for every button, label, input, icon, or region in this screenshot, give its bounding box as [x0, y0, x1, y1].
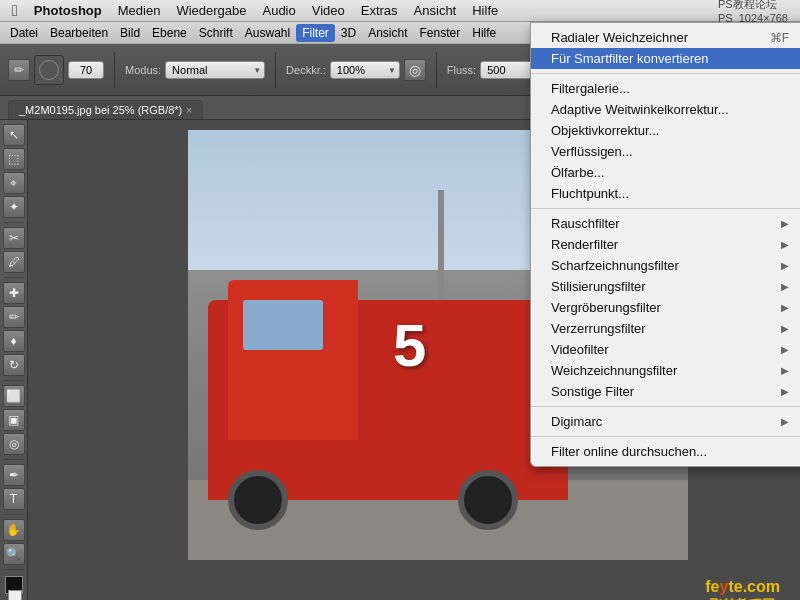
menu-stilisierung-arrow: ▶	[781, 281, 789, 292]
menubar-hilfe[interactable]: Hilfe	[464, 1, 506, 20]
truck-wheel-right	[458, 470, 518, 530]
brush-icon[interactable]: ✏	[8, 59, 30, 81]
ps-menu-ansicht[interactable]: Ansicht	[362, 24, 413, 42]
ps-menu-bild[interactable]: Bild	[114, 24, 146, 42]
tool-eraser[interactable]: ⬜	[3, 385, 25, 407]
menu-fluchtpunkt[interactable]: Fluchtpunkt...	[531, 183, 800, 204]
fluss-section: Fluss: 500 100%	[447, 60, 540, 79]
watermark: feyte.com 飞特教程网	[705, 578, 780, 600]
menu-oelfarbe-label: Ölfarbe...	[551, 165, 604, 180]
menu-digimarc-label: Digimarc	[551, 414, 602, 429]
menubar-wiedergabe[interactable]: Wiedergabe	[168, 1, 254, 20]
ps-menu-datei[interactable]: Datei	[4, 24, 44, 42]
tool-crop[interactable]: ✂	[3, 227, 25, 249]
menu-vergroeberung-arrow: ▶	[781, 302, 789, 313]
menubar-medien[interactable]: Medien	[110, 1, 169, 20]
tool-sep-5	[4, 514, 24, 515]
document-tab[interactable]: _M2M0195.jpg bei 25% (RGB/8*) ×	[8, 100, 203, 119]
menu-radialer[interactable]: Radialer Weichzeichner ⌘F	[531, 27, 800, 48]
ps-menu-filter[interactable]: Filter	[296, 24, 335, 42]
brush-size-input[interactable]	[68, 61, 104, 79]
ps-menu-auswahl[interactable]: Auswahl	[239, 24, 296, 42]
menubar-video[interactable]: Video	[304, 1, 353, 20]
menu-smartfilter[interactable]: Für Smartfilter konvertieren	[531, 48, 800, 69]
menu-vergroeberung-label: Vergröberungsfilter	[551, 300, 661, 315]
menu-filtergalerie[interactable]: Filtergalerie...	[531, 78, 800, 99]
ps-menu-ebene[interactable]: Ebene	[146, 24, 193, 42]
modus-label: Modus:	[125, 64, 161, 76]
menubar-extras[interactable]: Extras	[353, 1, 406, 20]
menu-verfluessigen[interactable]: Verflüssigen...	[531, 141, 800, 162]
ps-menu-bearbeiten[interactable]: Bearbeiten	[44, 24, 114, 42]
menu-videofilter[interactable]: Videofilter ▶	[531, 339, 800, 360]
menu-digimarc-arrow: ▶	[781, 416, 789, 427]
truck-number: 5	[393, 311, 426, 380]
brush-size-control	[68, 61, 104, 79]
menu-rauschfilter-arrow: ▶	[781, 218, 789, 229]
tool-heal[interactable]: ✚	[3, 282, 25, 304]
deckk-label: Deckkr.:	[286, 64, 326, 76]
tool-move[interactable]: ↖	[3, 124, 25, 146]
filter-menu: Radialer Weichzeichner ⌘F Für Smartfilte…	[530, 22, 800, 467]
menu-rauschfilter-label: Rauschfilter	[551, 216, 620, 231]
tab-close-btn[interactable]: ×	[186, 105, 192, 116]
tool-pen[interactable]: ✒	[3, 464, 25, 486]
menu-weichzeichnung[interactable]: Weichzeichnungsfilter ▶	[531, 360, 800, 381]
tool-hand[interactable]: ✋	[3, 519, 25, 541]
menu-scharfzeichnung[interactable]: Scharfzeichnungsfilter ▶	[531, 255, 800, 276]
tab-filename: _M2M0195.jpg bei 25% (RGB/8*)	[19, 104, 182, 116]
background-color[interactable]	[8, 590, 22, 600]
deckk-select[interactable]: 100% 75% 50%	[330, 61, 400, 79]
menu-objektivkorrektur[interactable]: Objektivkorrektur...	[531, 120, 800, 141]
menu-smartfilter-label: Für Smartfilter konvertieren	[551, 51, 709, 66]
menu-renderfilter-label: Renderfilter	[551, 237, 618, 252]
tool-type[interactable]: T	[3, 488, 25, 510]
menu-verzerrung[interactable]: Verzerrungsfilter ▶	[531, 318, 800, 339]
truck-cab	[228, 280, 358, 440]
menu-rauschfilter[interactable]: Rauschfilter ▶	[531, 213, 800, 234]
menu-online[interactable]: Filter online durchsuchen...	[531, 441, 800, 462]
menu-sonstige[interactable]: Sonstige Filter ▶	[531, 381, 800, 402]
modus-section: Modus: Normal Multiplizieren Helligkeit	[125, 60, 265, 79]
ps-menu-fenster[interactable]: Fenster	[414, 24, 467, 42]
truck-wheel-left	[228, 470, 288, 530]
menu-stilisierung[interactable]: Stilisierungsfilter ▶	[531, 276, 800, 297]
menu-renderfilter-arrow: ▶	[781, 239, 789, 250]
tool-clone[interactable]: ♦	[3, 330, 25, 352]
menu-renderfilter[interactable]: Renderfilter ▶	[531, 234, 800, 255]
menu-digimarc[interactable]: Digimarc ▶	[531, 411, 800, 432]
tool-eyedropper[interactable]: 🖊	[3, 251, 25, 273]
menu-verfluessigen-label: Verflüssigen...	[551, 144, 633, 159]
menubar-right: PS教程论坛PS_1024×768	[718, 0, 796, 24]
menu-scharfzeichnung-arrow: ▶	[781, 260, 789, 271]
tool-select-rect[interactable]: ⬚	[3, 148, 25, 170]
ps-menu-3d[interactable]: 3D	[335, 24, 362, 42]
apple-logo[interactable]: 	[4, 2, 26, 20]
tool-sep-2	[4, 277, 24, 278]
modus-select[interactable]: Normal Multiplizieren Helligkeit	[165, 61, 265, 79]
toolbar-separator-2	[275, 52, 276, 88]
menubar-audio[interactable]: Audio	[254, 1, 303, 20]
tool-history[interactable]: ↻	[3, 354, 25, 376]
menubar-photoshop[interactable]: Photoshop	[26, 1, 110, 20]
menu-sonstige-label: Sonstige Filter	[551, 384, 634, 399]
menu-filtergalerie-label: Filtergalerie...	[551, 81, 630, 96]
tool-lasso[interactable]: ⌖	[3, 172, 25, 194]
airbrush-icon[interactable]: ◎	[404, 59, 426, 81]
tool-zoom[interactable]: 🔍	[3, 543, 25, 565]
tool-magic-wand[interactable]: ✦	[3, 196, 25, 218]
ps-menu-hilfe2[interactable]: Hilfe	[466, 24, 502, 42]
tool-brush[interactable]: ✏	[3, 306, 25, 328]
brush-preview[interactable]	[34, 55, 64, 85]
toolbar-separator-3	[436, 52, 437, 88]
menu-oelfarbe[interactable]: Ölfarbe...	[531, 162, 800, 183]
menu-weitwinkel[interactable]: Adaptive Weitwinkelkorrektur...	[531, 99, 800, 120]
tool-gradient[interactable]: ▣	[3, 409, 25, 431]
menubar-ansicht[interactable]: Ansicht	[406, 1, 465, 20]
menu-vergroeberung[interactable]: Vergröberungsfilter ▶	[531, 297, 800, 318]
tool-blur[interactable]: ◎	[3, 433, 25, 455]
toolbox: ↖ ⬚ ⌖ ✦ ✂ 🖊 ✚ ✏ ♦ ↻ ⬜ ▣ ◎ ✒ T ✋ 🔍	[0, 120, 28, 600]
menu-sep-1	[531, 73, 800, 74]
brush-preview-inner	[39, 60, 59, 80]
ps-menu-schrift[interactable]: Schrift	[193, 24, 239, 42]
